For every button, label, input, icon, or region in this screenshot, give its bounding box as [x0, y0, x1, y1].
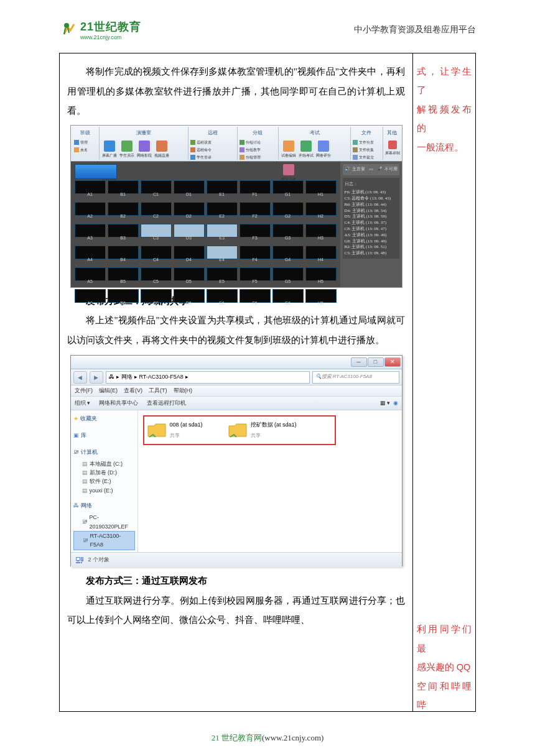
group-manage-button[interactable]: 分组管理: [240, 154, 264, 161]
side-note-1b: 解视频发布的: [417, 100, 472, 138]
view-icon[interactable]: ▦ ▾: [380, 397, 391, 409]
paper-edit-button[interactable]: 试卷编辑: [281, 139, 297, 161]
student-cell[interactable]: B3: [108, 224, 139, 237]
sidebar-computer[interactable]: 🖳计算机: [73, 446, 135, 458]
student-cell[interactable]: D5: [174, 267, 205, 281]
record-button[interactable]: 屏幕录制: [385, 139, 400, 158]
sidebar-favorites[interactable]: ★收藏夹: [73, 413, 135, 425]
network-center-button[interactable]: 网络和共享中心: [99, 397, 138, 409]
file-submit-button[interactable]: 文件提交: [353, 154, 378, 161]
student-cell[interactable]: E5: [207, 267, 238, 281]
student-cell[interactable]: D2: [174, 202, 205, 216]
student-cell[interactable]: G6: [272, 289, 304, 303]
student-cell[interactable]: F3: [240, 224, 271, 237]
group-discuss-button[interactable]: 分组讨论: [240, 139, 264, 146]
student-cell[interactable]: F5: [240, 267, 271, 281]
student-cell[interactable]: G5: [272, 267, 304, 281]
sidebar-library[interactable]: ▣库: [73, 430, 135, 441]
student-cell[interactable]: B5: [108, 267, 139, 281]
back-button[interactable]: ◄: [73, 371, 87, 384]
student-cell[interactable]: E4: [207, 246, 238, 259]
manage-button[interactable]: 管理: [74, 139, 99, 146]
student-cell[interactable]: B2: [108, 202, 139, 216]
student-cell[interactable]: A4: [75, 246, 106, 259]
organize-button[interactable]: 组织 ▾: [75, 397, 91, 409]
close-button[interactable]: ✕: [384, 357, 401, 367]
student-cell[interactable]: E1: [207, 180, 238, 194]
group-teach-button[interactable]: 分组教学: [240, 146, 264, 154]
sidebar-drive-d[interactable]: ▤新加卷 (D:): [73, 468, 135, 477]
student-cell[interactable]: A6: [75, 289, 106, 303]
student-cell[interactable]: D3: [174, 224, 205, 237]
student-cell[interactable]: F6: [240, 289, 271, 303]
folder-008[interactable]: 008 (at sda1)共享: [147, 419, 203, 441]
sidebar-pc[interactable]: 🖳PC-20190320PLEF: [73, 513, 135, 531]
heading-3: 发布方式三：通过互联网发布: [67, 571, 405, 591]
student-cell[interactable]: D1: [174, 180, 205, 194]
student-cell[interactable]: G1: [272, 180, 304, 194]
view-printers-button[interactable]: 查看远程打印机: [147, 397, 186, 409]
maximize-button[interactable]: □: [368, 357, 384, 367]
cinema-button[interactable]: 网络影院: [136, 139, 152, 161]
student-cell[interactable]: G3: [272, 224, 304, 237]
help-icon[interactable]: ◉: [393, 397, 398, 409]
student-cell[interactable]: G2: [272, 202, 304, 216]
address-bar[interactable]: 🖧 ▸ 网络 ▸ RT-AC3100-F5A8 ▸: [106, 371, 310, 384]
teacher-cell[interactable]: [75, 164, 117, 179]
student-cell[interactable]: C1: [141, 180, 172, 194]
search-input[interactable]: 🔍 搜索 RT-AC3100-F5A8: [312, 371, 399, 384]
student-cell[interactable]: H1: [305, 180, 337, 194]
sidebar-router[interactable]: 🖳RT-AC3100-F5A8: [73, 531, 135, 550]
student-cell[interactable]: A5: [75, 267, 106, 281]
student-cell[interactable]: H6: [305, 289, 337, 303]
sidebar-network[interactable]: 🖧网络: [73, 500, 135, 512]
student-cell[interactable]: C6: [141, 289, 172, 303]
score-button[interactable]: 网卷评分: [315, 139, 332, 161]
menu-file[interactable]: 文件(F): [75, 385, 93, 397]
volume-bar[interactable]: 🔊主音量 🎤不可用: [343, 164, 399, 175]
sidebar-drive-youxi[interactable]: ▤youxi (E:): [73, 486, 135, 495]
start-exam-button[interactable]: 开始考试: [298, 139, 314, 161]
student-cell[interactable]: H3: [305, 224, 337, 237]
student-cell[interactable]: C4: [141, 246, 172, 259]
student-cell[interactable]: F2: [240, 202, 271, 216]
file-dist-button[interactable]: 文件分发: [353, 139, 378, 146]
demo-button[interactable]: 学生演示: [119, 139, 135, 161]
student-cell[interactable]: H4: [305, 246, 337, 259]
student-cell[interactable]: H2: [305, 202, 337, 216]
student-cell[interactable]: C2: [141, 202, 172, 216]
file-collect-button[interactable]: 文件收集: [353, 146, 378, 154]
student-cell[interactable]: E6: [207, 289, 238, 303]
student-cell[interactable]: G4: [272, 246, 304, 259]
student-cell[interactable]: A3: [75, 224, 106, 237]
student-login-button[interactable]: 学生登录: [190, 154, 215, 161]
remote-cmd-button[interactable]: 远程命令: [190, 146, 215, 154]
rollcall-button[interactable]: 点名: [74, 146, 99, 154]
menu-tools[interactable]: 工具(T): [149, 385, 167, 397]
student-cell[interactable]: C3: [141, 224, 172, 237]
student-cell[interactable]: F1: [240, 180, 271, 194]
sidebar-drive-c[interactable]: ▤本地磁盘 (C:): [73, 459, 135, 468]
menu-edit[interactable]: 编辑(E): [99, 385, 118, 397]
minimize-button[interactable]: ─: [351, 357, 367, 367]
sidebar-drive-e[interactable]: ▤软件 (E:): [73, 477, 135, 486]
student-cell[interactable]: C5: [141, 267, 172, 281]
student-cell[interactable]: E2: [207, 202, 238, 216]
student-cell[interactable]: A2: [75, 202, 106, 216]
student-cell[interactable]: A1: [75, 180, 106, 194]
forward-button[interactable]: ►: [90, 371, 103, 384]
student-cell[interactable]: F4: [240, 246, 271, 259]
student-cell[interactable]: B6: [108, 289, 139, 303]
student-cell[interactable]: D6: [174, 289, 205, 303]
student-cell[interactable]: B4: [108, 246, 139, 259]
student-cell[interactable]: B1: [108, 180, 139, 194]
live-button[interactable]: 视频直播: [154, 139, 170, 161]
student-cell[interactable]: D4: [174, 246, 205, 259]
remote-setting-button[interactable]: 远程设置: [190, 139, 215, 146]
student-cell[interactable]: E3: [207, 224, 238, 237]
student-cell[interactable]: H5: [305, 267, 337, 281]
folder-mining[interactable]: 挖矿数据 (at sda1)共享: [228, 419, 297, 441]
broadcast-button[interactable]: 屏幕广播: [101, 139, 118, 161]
menu-help[interactable]: 帮助(H): [174, 385, 193, 397]
menu-view[interactable]: 查看(V): [124, 385, 142, 397]
